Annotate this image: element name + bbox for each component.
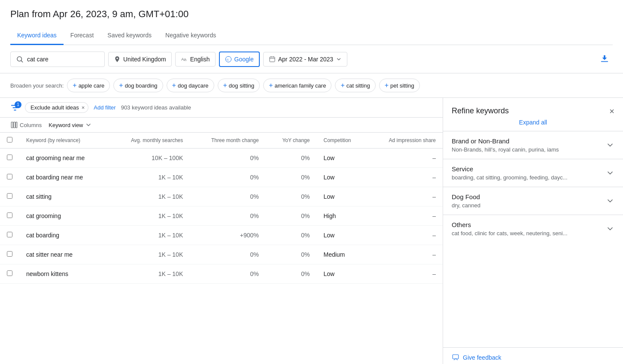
three-month-cell: +900% <box>190 226 265 245</box>
side-panel-title: Refine keywords <box>452 106 509 115</box>
select-all-header[interactable] <box>0 133 19 149</box>
refine-section-header-1[interactable]: Service boarding, cat sitting, grooming,… <box>452 165 614 181</box>
add-filter-button[interactable]: Add filter <box>94 104 115 111</box>
yoy-cell: 0% <box>266 187 317 206</box>
chip-pet-sitting[interactable]: + pet sitting <box>379 79 420 92</box>
refine-section-header-3[interactable]: Others cat food, clinic for cats, week, … <box>452 221 614 237</box>
tab-keyword-ideas[interactable]: Keyword ideas <box>10 27 64 45</box>
yoy-cell: 0% <box>266 149 317 168</box>
row-checkbox[interactable] <box>7 232 12 237</box>
location-label: United Kingdom <box>123 56 166 63</box>
avg-monthly-cell: 1K – 10K <box>109 245 190 264</box>
row-checkbox-cell[interactable] <box>0 187 19 206</box>
table-row: newborn kittens 1K – 10K 0% 0% Low – <box>0 264 443 284</box>
row-checkbox-cell[interactable] <box>0 149 19 168</box>
avg-monthly-cell: 1K – 10K <box>109 264 190 284</box>
feedback-bar[interactable]: Give feedback <box>443 347 623 364</box>
feedback-icon <box>452 354 459 361</box>
keyword-table: Keyword (by relevance) Avg. monthly sear… <box>0 133 443 284</box>
svg-line-1 <box>21 61 22 62</box>
close-panel-button[interactable]: × <box>609 107 614 115</box>
table-row: cat boarding 1K – 10K +900% 0% Low – <box>0 226 443 245</box>
tab-negative-keywords[interactable]: Negative keywords <box>158 27 223 45</box>
chip-cat-sitting[interactable]: + cat sitting <box>335 79 375 92</box>
row-checkbox[interactable] <box>7 270 12 276</box>
table-row: cat sitter near me 1K – 10K 0% 0% Medium… <box>0 245 443 264</box>
chip-dog-daycare[interactable]: + dog daycare <box>167 79 214 92</box>
ad-impression-cell: – <box>368 168 443 187</box>
col-header-three-month[interactable]: Three month change <box>190 133 265 149</box>
yoy-cell: 0% <box>266 245 317 264</box>
location-selector[interactable]: United Kingdom <box>108 52 172 67</box>
col-header-avg-monthly[interactable]: Avg. monthly searches <box>109 133 190 149</box>
plan-title: Plan from Apr 26, 2023, 9 am, GMT+01:00 <box>10 9 613 20</box>
filter-chip-label: Exclude adult ideas <box>30 104 79 111</box>
keyword-view-button[interactable]: Keyword view <box>49 121 91 128</box>
row-checkbox[interactable] <box>7 174 12 179</box>
ad-impression-cell: – <box>368 264 443 284</box>
col-header-ad-impression[interactable]: Ad impression share <box>368 133 443 149</box>
refine-section-header-0[interactable]: Brand or Non-Brand Non-Brands, hill's, r… <box>452 137 614 153</box>
broaden-search-bar: Broaden your search: + apple care + dog … <box>0 73 623 98</box>
col-header-keyword[interactable]: Keyword (by relevance) <box>19 133 109 149</box>
network-selector[interactable]: G Google <box>219 52 260 67</box>
ad-impression-cell: – <box>368 245 443 264</box>
keyword-cell: cat grooming <box>19 206 109 226</box>
keyword-view-label: Keyword view <box>49 122 83 128</box>
tab-saved-keywords[interactable]: Saved keywords <box>100 27 158 45</box>
search-box[interactable] <box>10 52 105 67</box>
chevron-down-icon <box>606 169 614 177</box>
keyword-count: 903 keyword ideas available <box>121 104 191 111</box>
three-month-cell: 0% <box>190 264 265 284</box>
refine-keywords-panel: Refine keywords × Expand all Brand or No… <box>443 98 623 364</box>
refine-section-sub-0: Non-Brands, hill's, royal canin, purina,… <box>452 146 559 153</box>
ad-impression-cell: – <box>368 206 443 226</box>
feedback-label: Give feedback <box>463 354 501 361</box>
page-header: Plan from Apr 26, 2023, 9 am, GMT+01:00 … <box>0 0 623 45</box>
filter-icon-btn[interactable]: 1 <box>10 103 20 112</box>
svg-rect-12 <box>14 122 15 128</box>
language-selector[interactable]: A あ English <box>175 52 216 67</box>
row-checkbox-cell[interactable] <box>0 245 19 264</box>
refine-section-title-3: Others <box>452 221 568 228</box>
filter-badge: 1 <box>15 101 21 108</box>
col-header-competition[interactable]: Competition <box>316 133 368 149</box>
refine-section-title-0: Brand or Non-Brand <box>452 137 559 145</box>
google-icon: G <box>225 56 232 63</box>
select-all-checkbox[interactable] <box>7 137 12 143</box>
row-checkbox-cell[interactable] <box>0 206 19 226</box>
language-icon: A あ <box>181 56 188 63</box>
download-icon <box>600 54 609 63</box>
filter-chip-close[interactable]: × <box>82 104 85 111</box>
row-checkbox[interactable] <box>7 212 12 218</box>
competition-cell: Low <box>316 168 368 187</box>
keyword-cell: cat sitting <box>19 187 109 206</box>
language-label: English <box>190 56 210 63</box>
chip-apple-care[interactable]: + apple care <box>67 79 110 92</box>
competition-cell: Low <box>316 187 368 206</box>
download-button[interactable] <box>596 50 613 68</box>
columns-button[interactable]: Columns <box>10 121 42 129</box>
date-range-selector[interactable]: Apr 2022 - Mar 2023 <box>263 52 347 67</box>
svg-rect-11 <box>11 122 13 128</box>
row-checkbox[interactable] <box>7 193 12 199</box>
refine-section-sub-2: dry, canned <box>452 202 480 209</box>
expand-all-button[interactable]: Expand all <box>443 119 623 131</box>
broaden-label: Broaden your search: <box>10 82 64 89</box>
row-checkbox[interactable] <box>7 251 12 257</box>
three-month-cell: 0% <box>190 149 265 168</box>
tab-forecast[interactable]: Forecast <box>64 27 100 45</box>
row-checkbox-cell[interactable] <box>0 168 19 187</box>
refine-section-header-2[interactable]: Dog Food dry, canned <box>452 193 614 209</box>
three-month-cell: 0% <box>190 245 265 264</box>
chip-dog-sitting[interactable]: + dog sitting <box>218 79 260 92</box>
filter-bar: 1 Exclude adult ideas × Add filter 903 k… <box>0 98 443 118</box>
row-checkbox[interactable] <box>7 155 12 160</box>
search-input[interactable] <box>27 56 79 63</box>
col-header-yoy[interactable]: YoY change <box>266 133 317 149</box>
chip-dog-boarding[interactable]: + dog boarding <box>113 79 163 92</box>
row-checkbox-cell[interactable] <box>0 226 19 245</box>
row-checkbox-cell[interactable] <box>0 264 19 284</box>
chip-american-family-care[interactable]: + american family care <box>263 79 331 92</box>
keyword-cell: cat boarding <box>19 226 109 245</box>
